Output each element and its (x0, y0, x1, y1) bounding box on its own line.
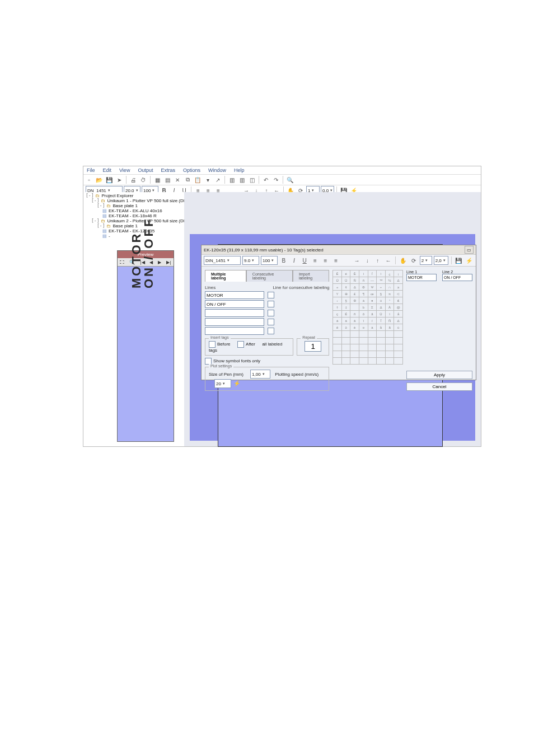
line-chk-3[interactable] (268, 310, 274, 316)
char-cell[interactable]: ï (385, 311, 394, 318)
char-cell[interactable] (350, 344, 359, 351)
line-input-3[interactable] (205, 309, 264, 317)
char-cell[interactable]: É (333, 270, 342, 277)
linecol2-input[interactable] (442, 274, 472, 281)
speed-select[interactable]: 20 (214, 379, 231, 388)
char-cell[interactable]: á (341, 318, 350, 324)
dlg-italic-icon[interactable]: I (290, 256, 299, 265)
char-cell[interactable]: ¤ (359, 324, 368, 331)
char-cell[interactable]: ¡ (394, 270, 403, 277)
char-cell[interactable] (377, 358, 386, 365)
char-cell[interactable]: ● (368, 297, 377, 304)
line-chk-1[interactable] (268, 292, 274, 298)
insert-after-check[interactable] (237, 341, 244, 348)
char-cell[interactable]: § (341, 297, 350, 304)
char-cell[interactable]: Ψ (368, 284, 377, 291)
char-cell[interactable]: ÷ (377, 284, 386, 291)
apply-button[interactable]: Apply (406, 371, 472, 379)
char-cell[interactable]: ‹ (333, 297, 342, 304)
char-cell[interactable]: £ (350, 291, 359, 297)
col2-icon[interactable]: ▥ (237, 175, 246, 184)
char-cell[interactable]: Ú (333, 277, 342, 284)
char-cell[interactable] (394, 351, 403, 358)
char-cell[interactable] (394, 344, 403, 351)
dlg-align1-icon[interactable]: ≡ (311, 256, 320, 265)
char-cell[interactable] (394, 331, 403, 338)
char-cell[interactable] (350, 304, 359, 311)
close-icon[interactable]: ▭ (465, 246, 474, 254)
char-cell[interactable]: ê (333, 324, 342, 331)
char-cell[interactable]: ∆ (350, 284, 359, 291)
dlg-ar-down-icon[interactable]: ↓ (363, 256, 372, 265)
line-input-1[interactable] (205, 291, 264, 299)
dlg-under-icon[interactable]: U (300, 256, 309, 265)
char-cell[interactable]: π (385, 291, 394, 297)
char-cell[interactable]: ¢ (341, 284, 350, 291)
open-icon[interactable]: 📂 (95, 175, 104, 184)
char-cell[interactable]: ∆ (394, 318, 403, 324)
char-cell[interactable] (341, 338, 350, 344)
save-icon[interactable]: 💾 (105, 175, 114, 184)
pen-select[interactable]: 1,00 (250, 370, 270, 379)
char-cell[interactable] (350, 331, 359, 338)
char-cell[interactable]: Í (368, 270, 377, 277)
dlg-rotate-icon[interactable]: ⟳ (409, 256, 418, 265)
char-cell[interactable]: ã (385, 324, 394, 331)
char-cell[interactable]: Ñ (385, 318, 394, 324)
dlg-size-select[interactable]: 9.0 (242, 256, 259, 265)
tab-multiple-labeling[interactable]: Multiple labeling (205, 270, 246, 282)
dlg-bold-icon[interactable]: B (279, 256, 288, 265)
char-cell[interactable]: ¿ (385, 270, 394, 277)
menu-options[interactable]: Options (183, 167, 200, 173)
paste-icon[interactable]: 📋 (193, 175, 202, 184)
char-cell[interactable]: Ü (377, 311, 386, 318)
char-cell[interactable]: b (359, 304, 368, 311)
char-cell[interactable]: ™ (377, 277, 386, 284)
dlg-ar-up-icon[interactable]: ↑ (373, 256, 382, 265)
char-cell[interactable]: ¶ (359, 291, 368, 297)
char-cell[interactable]: ∆ (394, 277, 403, 284)
char-cell[interactable] (385, 358, 394, 365)
char-cell[interactable] (385, 331, 394, 338)
char-cell[interactable] (359, 331, 368, 338)
menu-extras[interactable]: Extras (161, 167, 175, 173)
grid2-icon[interactable]: ▤ (163, 175, 172, 184)
char-cell[interactable]: Y (333, 291, 342, 297)
char-cell[interactable]: ∩ (385, 284, 394, 291)
char-cell[interactable]: î (359, 318, 368, 324)
line-input-2[interactable] (205, 300, 264, 308)
char-cell[interactable]: Î (377, 318, 386, 324)
line-chk-4[interactable] (268, 319, 274, 325)
char-cell[interactable] (377, 351, 386, 358)
char-cell[interactable]: @ (394, 304, 403, 311)
char-cell[interactable]: ô (341, 324, 350, 331)
char-cell[interactable] (368, 358, 377, 365)
char-cell[interactable] (377, 344, 386, 351)
char-cell[interactable]: â (350, 318, 359, 324)
char-cell[interactable]: á (333, 318, 342, 324)
char-cell[interactable]: Å (385, 304, 394, 311)
undo-icon[interactable]: ↶ (261, 175, 270, 184)
char-cell[interactable] (368, 344, 377, 351)
cancel-button[interactable]: Cancel (406, 382, 472, 391)
char-cell[interactable] (341, 358, 350, 365)
dlg-linew-select[interactable]: 2 (420, 256, 432, 265)
char-cell[interactable] (333, 351, 342, 358)
menu-view[interactable]: View (119, 167, 130, 173)
char-cell[interactable]: ‡ (341, 304, 350, 311)
char-cell[interactable] (333, 338, 342, 344)
speed-bolt-icon[interactable]: ⚡ (232, 379, 241, 388)
menu-window[interactable]: Window (208, 167, 226, 173)
char-cell[interactable] (333, 344, 342, 351)
menu-help[interactable]: Help (234, 167, 245, 173)
char-cell[interactable]: Ñ (350, 277, 359, 284)
char-cell[interactable]: ï (368, 318, 377, 324)
insert-before-check[interactable] (209, 341, 216, 348)
cursor-icon[interactable]: ➤ (115, 175, 124, 184)
char-cell[interactable]: ñ (359, 277, 368, 284)
char-cell[interactable] (385, 344, 394, 351)
delete-icon[interactable]: ✕ (173, 175, 182, 184)
menu-edit[interactable]: Edit (103, 167, 112, 173)
char-cell[interactable] (359, 344, 368, 351)
char-cell[interactable]: ≥ (394, 284, 403, 291)
